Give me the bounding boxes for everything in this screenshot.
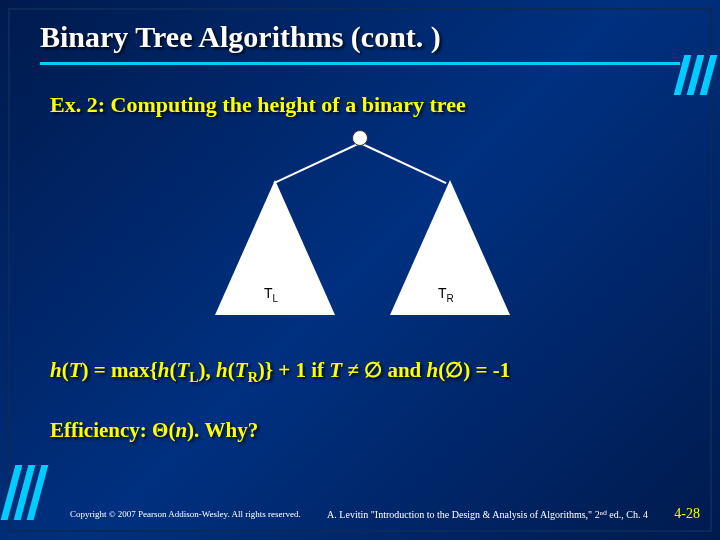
title-bar: Binary Tree Algorithms (cont. ) — [40, 20, 680, 65]
left-subtree-label: TL — [264, 285, 278, 304]
efficiency-line: Efficiency: Θ(n). Why? — [50, 418, 258, 443]
tree-diagram: TL TR — [170, 130, 550, 320]
height-formula: h(T) = max{h(TL), h(TR)} + 1 if T ≠ ∅ an… — [50, 358, 510, 386]
corner-decoration — [679, 55, 712, 95]
copyright-text: Copyright © 2007 Pearson Addison-Wesley.… — [70, 509, 301, 519]
slide-title: Binary Tree Algorithms (cont. ) — [40, 20, 680, 54]
citation-text: A. Levitin "Introduction to the Design &… — [301, 509, 675, 520]
bottom-decoration — [8, 465, 41, 520]
right-subtree-label: TR — [438, 285, 454, 304]
tree-root-node — [352, 130, 368, 146]
tree-edge-right — [360, 142, 447, 184]
slide-subtitle: Ex. 2: Computing the height of a binary … — [50, 92, 466, 118]
page-number: 4-28 — [674, 506, 700, 522]
tree-edge-left — [273, 142, 360, 184]
slide-footer: Copyright © 2007 Pearson Addison-Wesley.… — [70, 506, 700, 522]
